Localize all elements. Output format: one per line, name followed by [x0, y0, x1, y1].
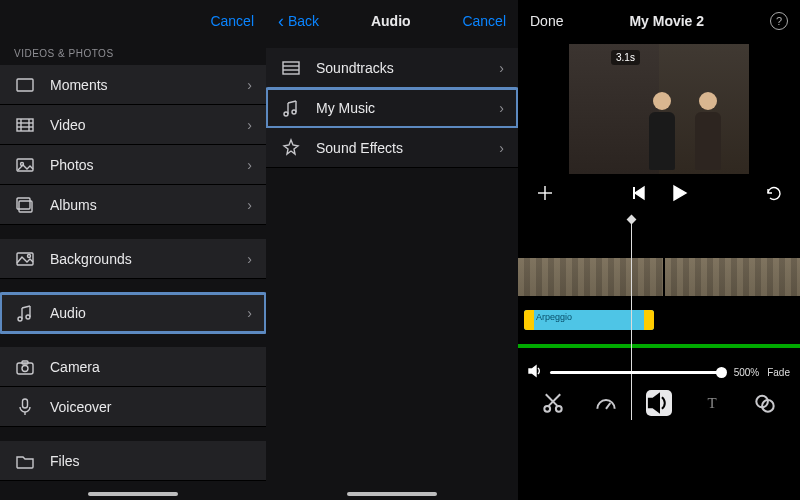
camera-icon	[14, 356, 36, 378]
row-label: Albums	[50, 197, 247, 213]
row-backgrounds[interactable]: Backgrounds ›	[0, 239, 266, 279]
audio-clip-label: Arpeggio	[536, 312, 572, 322]
row-label: Backgrounds	[50, 251, 247, 267]
project-title: My Movie 2	[629, 13, 704, 29]
audio-picker-panel: ‹ Back Audio Cancel Soundtracks › My Mus…	[266, 0, 518, 500]
split-button[interactable]	[540, 390, 566, 416]
row-label: Audio	[50, 305, 247, 321]
row-sound-effects[interactable]: Sound Effects ›	[266, 128, 518, 168]
svg-point-15	[22, 365, 28, 371]
volume-button[interactable]	[646, 390, 672, 416]
back-button[interactable]: ‹ Back	[278, 11, 319, 32]
row-moments[interactable]: Moments ›	[0, 65, 266, 105]
svg-rect-0	[17, 79, 33, 91]
volume-icon	[528, 364, 542, 380]
svg-rect-1	[17, 119, 33, 131]
cancel-button[interactable]: Cancel	[462, 13, 506, 29]
chevron-left-icon: ‹	[278, 11, 284, 32]
play-button[interactable]	[670, 184, 688, 202]
photos-icon	[14, 154, 36, 176]
moments-icon	[14, 74, 36, 96]
fade-button[interactable]: Fade	[767, 367, 790, 378]
skip-back-button[interactable]	[630, 184, 648, 202]
video-track[interactable]	[518, 258, 800, 296]
svg-point-31	[544, 406, 550, 412]
speed-button[interactable]	[593, 390, 619, 416]
video-clip[interactable]	[518, 258, 665, 296]
svg-marker-36	[649, 394, 659, 411]
home-indicator	[88, 492, 178, 496]
svg-marker-28	[674, 186, 686, 200]
timestamp-badge: 3.1s	[611, 50, 640, 65]
secondary-audio-track[interactable]	[518, 344, 800, 348]
panel-title: Audio	[371, 13, 411, 29]
video-icon	[14, 114, 36, 136]
row-label: Video	[50, 117, 247, 133]
backgrounds-icon	[14, 248, 36, 270]
chevron-right-icon: ›	[499, 140, 504, 156]
section-header: VIDEOS & PHOTOS	[0, 42, 266, 65]
soundtracks-icon	[280, 57, 302, 79]
row-audio[interactable]: Audio ›	[0, 293, 266, 333]
topbar: ‹ Back Audio Cancel	[266, 0, 518, 42]
row-camera[interactable]: Camera	[0, 347, 266, 387]
albums-icon	[14, 194, 36, 216]
row-photos[interactable]: Photos ›	[0, 145, 266, 185]
chevron-right-icon: ›	[247, 197, 252, 213]
row-albums[interactable]: Albums ›	[0, 185, 266, 225]
row-label: Moments	[50, 77, 247, 93]
timeline[interactable]: Arpeggio 500% Fade T	[518, 220, 800, 420]
edit-toolbar: T	[518, 386, 800, 420]
sound-effects-icon	[280, 137, 302, 159]
chevron-right-icon: ›	[247, 157, 252, 173]
voiceover-icon	[14, 396, 36, 418]
svg-rect-17	[23, 399, 28, 408]
done-button[interactable]: Done	[530, 13, 563, 29]
undo-button[interactable]	[764, 184, 782, 202]
svg-marker-30	[529, 366, 536, 376]
volume-slider[interactable]	[550, 371, 726, 374]
cancel-button[interactable]: Cancel	[210, 13, 254, 29]
svg-point-12	[18, 317, 22, 321]
svg-point-32	[555, 406, 561, 412]
video-clip[interactable]	[665, 258, 800, 296]
row-label: Camera	[50, 359, 252, 375]
add-media-button[interactable]	[536, 184, 554, 202]
chevron-right-icon: ›	[247, 117, 252, 133]
svg-rect-19	[283, 62, 299, 74]
chevron-right-icon: ›	[247, 305, 252, 321]
svg-marker-26	[635, 187, 644, 199]
preview-viewer[interactable]: 3.1s	[569, 44, 749, 174]
row-files[interactable]: Files	[0, 441, 266, 481]
editor-panel: Done My Movie 2 ? 3.1s Arp	[518, 0, 800, 500]
transport-bar	[518, 174, 800, 212]
row-label: Files	[50, 453, 252, 469]
media-picker-panel: Cancel VIDEOS & PHOTOS Moments › Video ›…	[0, 0, 266, 500]
row-label: Soundtracks	[316, 60, 499, 76]
row-label: Photos	[50, 157, 247, 173]
chevron-right-icon: ›	[499, 100, 504, 116]
home-indicator	[347, 492, 437, 496]
chevron-right-icon: ›	[499, 60, 504, 76]
row-video[interactable]: Video ›	[0, 105, 266, 145]
my-music-icon	[280, 97, 302, 119]
svg-point-23	[292, 110, 296, 114]
editor-topbar: Done My Movie 2 ?	[518, 0, 800, 42]
row-soundtracks[interactable]: Soundtracks ›	[266, 48, 518, 88]
audio-icon	[14, 302, 36, 324]
filters-button[interactable]	[752, 390, 778, 416]
svg-point-11	[28, 254, 31, 257]
row-label: My Music	[316, 100, 499, 116]
volume-percent: 500%	[734, 367, 760, 378]
row-voiceover[interactable]: Voiceover	[0, 387, 266, 427]
chevron-right-icon: ›	[247, 251, 252, 267]
help-button[interactable]: ?	[770, 12, 788, 30]
titles-button[interactable]: T	[699, 390, 725, 416]
files-icon	[14, 450, 36, 472]
svg-point-22	[284, 112, 288, 116]
volume-bar: 500% Fade	[518, 358, 800, 386]
row-label: Voiceover	[50, 399, 252, 415]
row-my-music[interactable]: My Music ›	[266, 88, 518, 128]
row-label: Sound Effects	[316, 140, 499, 156]
audio-clip[interactable]: Arpeggio	[524, 310, 654, 330]
